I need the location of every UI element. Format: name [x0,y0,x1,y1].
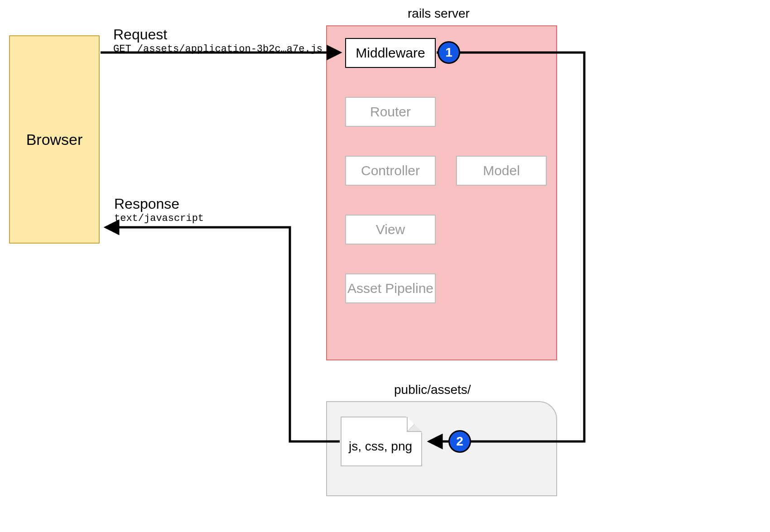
router-label: Router [370,104,411,120]
controller-node: Controller [345,156,436,186]
rails-title: rails server [408,6,470,21]
file-icon: js, css, png [341,417,422,466]
badge-2: 2 [448,430,471,453]
response-title: Response [114,196,179,212]
assets-title: public/assets/ [394,383,471,397]
pipeline-label: Asset Pipeline [347,281,433,296]
request-title: Request [113,26,167,43]
rails-container [326,25,557,360]
pipeline-node: Asset Pipeline [345,273,436,303]
arrow-response [107,227,340,441]
view-label: View [376,222,405,237]
view-node: View [345,215,436,244]
file-label: js, css, png [349,439,412,454]
badge-1-label: 1 [445,45,452,60]
middleware-label: Middleware [356,45,425,61]
browser-box: Browser [9,35,100,244]
browser-label: Browser [26,131,83,149]
request-detail: GET /assets/application-3b2c…a7e.js [113,43,322,55]
middleware-node: Middleware [345,38,436,68]
controller-label: Controller [361,163,420,178]
badge-2-label: 2 [456,434,463,449]
badge-1: 1 [438,41,460,64]
response-detail: text/javascript [114,213,204,224]
diagram-stage: Browser Request GET /assets/application-… [0,0,770,532]
model-label: Model [483,163,520,178]
model-node: Model [456,156,547,186]
router-node: Router [345,97,436,127]
